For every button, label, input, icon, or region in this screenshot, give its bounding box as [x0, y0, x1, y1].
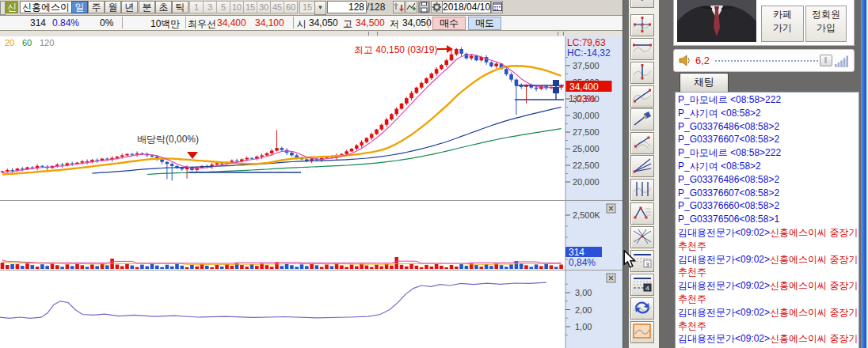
save-icon[interactable]: [418, 1, 430, 13]
zigzag-tool[interactable]: [630, 202, 654, 225]
chat-message: 김대용전문가<09:02>신흥에스이씨 중장기 추천주: [678, 279, 858, 306]
svg-text:27,500: 27,500: [573, 127, 600, 137]
dividend-annotation: 배당락(0,00%): [137, 134, 199, 145]
expert-photo-panel: 카페가기 정회원가입: [673, 0, 855, 46]
period-tab-5[interactable]: 분: [139, 1, 155, 13]
volume-slider-track[interactable]: [715, 60, 818, 62]
chart-edit-icon[interactable]: [405, 1, 417, 13]
svg-text:2,00: 2,00: [575, 305, 592, 315]
period-tab-2[interactable]: 주: [88, 1, 105, 13]
interval-button-45[interactable]: 45: [270, 1, 284, 13]
arc-tool[interactable]: [630, 132, 654, 154]
open-price: 34,050: [309, 17, 338, 28]
period-tab-3[interactable]: 월: [105, 1, 121, 13]
svg-text:3,00: 3,00: [575, 288, 592, 297]
open-label: 시: [297, 17, 306, 31]
indicator-pane-close-icon[interactable]: [607, 274, 615, 282]
sell-button[interactable]: 매도: [468, 17, 501, 30]
brush-tool[interactable]: [630, 108, 654, 130]
volume-pct-label: 0,84%: [569, 257, 596, 268]
high-label: 고: [343, 17, 352, 31]
region-select-tool[interactable]: [630, 321, 654, 343]
best-bid: 34,100: [255, 17, 284, 28]
mouse-cursor: [623, 250, 638, 269]
chat-message: P_샤기여 <08:58>2: [678, 160, 858, 173]
numbered-line-tool-4[interactable]: 4: [630, 274, 654, 296]
audio-level-icon: [835, 54, 851, 67]
ma-legend: 2060120: [5, 38, 54, 47]
high-annotation: 최고 40,150 (03/19): [354, 44, 437, 55]
interval-button-15[interactable]: 15: [243, 1, 257, 13]
svg-text:60: 60: [22, 38, 32, 47]
stock-type-badge: 신: [6, 1, 18, 13]
period-tab-6[interactable]: 초: [155, 1, 172, 13]
candlestick-chart[interactable]: 37,50035,00032,50030,00027,50025,00022,5…: [0, 36, 622, 348]
chevron-down-icon[interactable]: ▼: [314, 1, 326, 15]
period-tab-7[interactable]: 틱: [172, 1, 188, 13]
tab-chat[interactable]: 채팅: [680, 73, 729, 93]
member-join-button[interactable]: 정회원가입: [805, 6, 847, 42]
expert-photo: [677, 0, 756, 42]
lc-label: LC:79,63: [567, 37, 606, 48]
quote-unit: 10백만: [150, 17, 180, 31]
vertical-line-tool[interactable]: [630, 62, 654, 84]
crosshair-tool[interactable]: [630, 14, 654, 36]
date-input[interactable]: 2018/04/10: [442, 1, 491, 13]
drawing-tools-toolbar: 34: [629, 0, 659, 348]
pointer-tool[interactable]: [630, 0, 654, 8]
interval-button-5[interactable]: 5: [216, 1, 230, 13]
chat-message: P_G03376607<08:58>2: [678, 187, 858, 200]
chat-message: P_G03376486<08:58>2: [678, 173, 858, 187]
audio-volume-value: 6,2: [695, 55, 710, 66]
settings-gear-icon[interactable]: [431, 1, 443, 13]
chat-message: P_샤기여 <08:58>2: [678, 107, 858, 120]
chat-message-list[interactable]: P_마모네르 <08:58>222P_샤기여 <08:58>2P_G033764…: [675, 92, 859, 348]
speaker-icon: [679, 54, 692, 67]
compare-arrows-icon[interactable]: [393, 1, 405, 13]
high-price: 34,500: [356, 17, 385, 28]
calendar-icon[interactable]: [491, 1, 503, 13]
svg-text:20,000: 20,000: [573, 177, 600, 187]
fanline-tool[interactable]: [630, 155, 654, 177]
volume-slider-handle[interactable]: ∥: [820, 55, 832, 66]
quote-extra-pct: 0%: [100, 17, 113, 28]
window-edge-strip: [861, 0, 866, 348]
parallel-lines-tool[interactable]: [630, 179, 654, 201]
volume-tick-label: 2,500K: [573, 210, 601, 220]
interval-button-3[interactable]: 3: [203, 1, 217, 13]
interval-select[interactable]: 15: [299, 1, 315, 13]
line-handle[interactable]: [553, 80, 559, 86]
interval-button-10[interactable]: 10: [230, 1, 244, 13]
chat-message: 김대용전문가<09:02>신흥에스이씨 중장기 추천주: [678, 226, 858, 253]
chat-message: 김대용전문가<09:02>신흥에스이씨 중장기 추천주: [678, 332, 858, 348]
candle-count-input[interactable]: 128: [327, 1, 367, 13]
chat-message: P_마모네르 <08:58>222: [678, 146, 858, 160]
chat-message: P_G03376486<08:58>2: [678, 120, 858, 134]
period-tab-1[interactable]: 일: [71, 1, 88, 13]
lattice-tool[interactable]: [630, 226, 654, 248]
chat-message: P_G03376506<08:58>1: [678, 213, 858, 226]
interval-button-1[interactable]: 1: [189, 1, 204, 13]
trendline-tool[interactable]: [630, 85, 654, 108]
stock-name-field[interactable]: 신흥에스이: [20, 1, 72, 13]
undo-redo-tool[interactable]: [630, 297, 654, 320]
quote-change-pct: 0.84%: [52, 17, 79, 28]
cafe-go-button[interactable]: 카페가기: [761, 6, 804, 42]
volume-pane-close-icon[interactable]: [607, 204, 615, 213]
horizontal-line-tool[interactable]: [630, 38, 654, 60]
interval-button-60[interactable]: 60: [284, 1, 298, 13]
quote-volume: 314: [24, 17, 46, 28]
chat-message: 김대용전문가<09:02>신흥에스이씨 중장기 추천주: [678, 253, 858, 280]
svg-text:3: 3: [645, 261, 649, 268]
svg-text:22,500: 22,500: [573, 161, 600, 170]
buy-button[interactable]: 매수: [432, 17, 466, 30]
candle-count-total: /128: [367, 2, 385, 13]
svg-text:30,000: 30,000: [573, 111, 600, 120]
audio-volume-bar: 6,2 ∥: [673, 49, 855, 72]
interval-button-30[interactable]: 30: [257, 1, 271, 13]
period-tab-4[interactable]: 년: [121, 1, 138, 13]
svg-text:25,000: 25,000: [573, 144, 600, 153]
svg-text:120: 120: [40, 38, 54, 47]
line-handle[interactable]: [553, 87, 559, 93]
svg-text:314: 314: [569, 247, 584, 258]
